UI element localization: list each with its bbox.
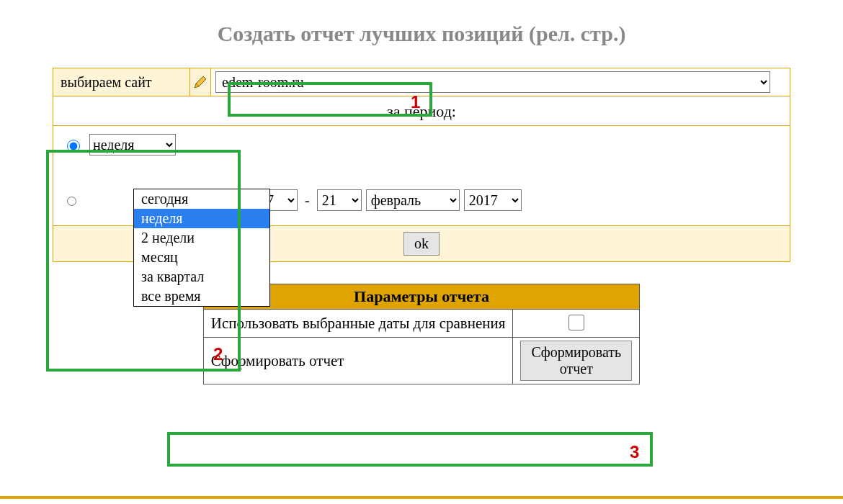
preset-dropdown-open[interactable]: сегодня неделя 2 недели месяц за квартал… — [133, 189, 270, 307]
date-to-day-select[interactable]: 21 — [317, 189, 362, 211]
dropdown-option[interactable]: неделя — [134, 209, 269, 228]
annotation-number-3: 3 — [630, 442, 639, 462]
param-label-compare-dates: Использовать выбранные даты для сравнени… — [203, 310, 513, 338]
dropdown-option[interactable]: все время — [134, 287, 269, 306]
date-dash: - — [302, 192, 313, 209]
period-preset-select[interactable]: неделя — [89, 134, 176, 156]
dropdown-option[interactable]: месяц — [134, 248, 269, 267]
period-mode-preset-radio[interactable] — [67, 140, 80, 153]
compare-dates-checkbox[interactable] — [568, 315, 584, 330]
dropdown-option[interactable]: сегодня — [134, 189, 269, 209]
ok-button[interactable]: ok — [403, 232, 440, 256]
site-label: выбираем сайт — [53, 68, 190, 96]
divider — [0, 496, 843, 499]
date-to-year-select[interactable]: 2017 — [464, 189, 522, 211]
pencil-icon[interactable] — [193, 75, 208, 89]
param-label-generate: Сформировать отчет — [203, 338, 513, 384]
table-row: Использовать выбранные даты для сравнени… — [203, 310, 639, 338]
annotation-box-3 — [167, 432, 653, 467]
dropdown-option[interactable]: за квартал — [134, 267, 269, 287]
period-caption: за период: — [53, 96, 790, 126]
date-to-month-select[interactable]: февраль — [366, 189, 460, 211]
dropdown-option[interactable]: 2 недели — [134, 228, 269, 248]
page-title: Создать отчет лучших позиций (рел. стр.) — [0, 22, 843, 46]
generate-report-button[interactable]: Сформировать отчет — [520, 341, 632, 381]
site-select[interactable]: edem-room.ru — [215, 71, 770, 93]
table-row: Сформировать отчет Сформировать отчет — [203, 338, 639, 384]
period-mode-daterange-radio[interactable] — [67, 197, 76, 206]
